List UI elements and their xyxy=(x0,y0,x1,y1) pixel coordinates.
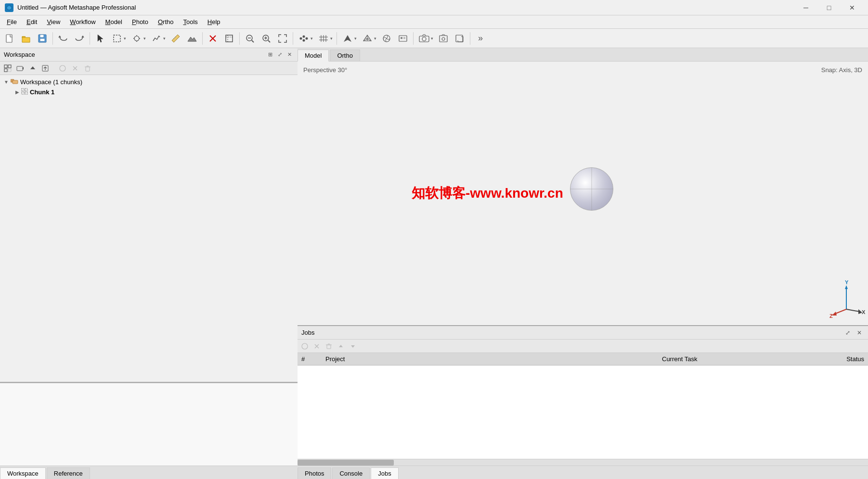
tab-console[interactable]: Console xyxy=(332,467,370,479)
menu-tools[interactable]: Tools xyxy=(179,16,203,27)
sep-5 xyxy=(293,32,293,45)
menu-edit[interactable]: Edit xyxy=(22,16,42,27)
svg-marker-70 xyxy=(845,285,848,289)
menu-view[interactable]: View xyxy=(42,16,65,27)
svg-rect-4 xyxy=(40,35,44,38)
svg-point-29 xyxy=(303,39,305,41)
points-dropdown[interactable]: ▾ xyxy=(296,31,314,46)
col-status: Status xyxy=(806,355,864,363)
jobs-controls: ⤢ ✕ xyxy=(843,328,864,338)
texture-button[interactable] xyxy=(379,31,394,46)
navigate-arrow: ▾ xyxy=(354,36,357,41)
chunk-item[interactable]: ▶ Chunk 1 xyxy=(0,87,298,97)
jobs-body xyxy=(298,366,868,459)
tab-photos[interactable]: Photos xyxy=(298,467,331,479)
mesh-dropdown[interactable]: ▾ xyxy=(359,31,378,46)
terrain-button[interactable] xyxy=(184,31,200,46)
draw-dropdown[interactable]: ▾ xyxy=(148,31,167,46)
ruler-button[interactable] xyxy=(168,31,183,46)
tab-reference[interactable]: Reference xyxy=(47,467,90,479)
tab-model[interactable]: Model xyxy=(298,50,329,62)
menu-workflow[interactable]: Workflow xyxy=(65,16,100,27)
svg-line-25 xyxy=(268,40,270,42)
jobs-scrollbar[interactable] xyxy=(298,459,868,466)
viewport[interactable]: Perspective 30° Snap: Axis, 3D 知软博客-www.… xyxy=(298,62,868,325)
svg-rect-65 xyxy=(22,88,24,91)
fit-view-button[interactable] xyxy=(275,31,290,46)
menu-ortho[interactable]: Ortho xyxy=(153,16,179,27)
new-button[interactable] xyxy=(2,31,17,46)
tab-workspace[interactable]: Workspace xyxy=(0,467,46,479)
sep-4 xyxy=(239,32,240,45)
save-button[interactable] xyxy=(35,31,50,46)
menu-photo[interactable]: Photo xyxy=(127,16,153,27)
navigate-dropdown[interactable]: ▾ xyxy=(339,31,358,46)
close-button[interactable]: ✕ xyxy=(841,0,863,15)
add-chunk-button[interactable] xyxy=(2,63,13,74)
tab-jobs[interactable]: Jobs xyxy=(371,467,398,479)
stop-button[interactable] xyxy=(57,63,68,74)
screenshot-button[interactable] xyxy=(436,31,451,46)
zoom-in-button[interactable] xyxy=(259,31,274,46)
svg-rect-64 xyxy=(13,80,18,84)
crop-button[interactable] xyxy=(221,31,237,46)
export-button[interactable] xyxy=(39,63,51,74)
sep-8 xyxy=(470,32,470,45)
jobs-stop-button[interactable] xyxy=(311,341,322,352)
add-camera-button[interactable] xyxy=(14,63,26,74)
open-button[interactable] xyxy=(18,31,34,46)
delete-button[interactable] xyxy=(205,31,220,46)
select-button[interactable] xyxy=(92,31,108,46)
redo-button[interactable] xyxy=(72,31,87,46)
cancel-button[interactable] xyxy=(69,63,81,74)
col-hash: # xyxy=(301,355,325,363)
jobs-run-button[interactable] xyxy=(299,341,310,352)
menu-bar: File Edit View Workflow Model Photo Orth… xyxy=(0,15,868,29)
minimize-button[interactable]: ─ xyxy=(795,0,817,15)
camera-dropdown[interactable]: ▾ xyxy=(416,31,435,46)
points-arrow: ▾ xyxy=(311,36,313,41)
move-up-button[interactable] xyxy=(27,63,39,74)
workspace-pin-button[interactable]: ⊞ xyxy=(266,50,274,59)
rect-select-dropdown[interactable]: ▾ xyxy=(109,31,128,46)
jobs-close-button[interactable]: ✕ xyxy=(855,328,864,338)
depthmap-button[interactable] xyxy=(395,31,411,46)
grid-arrow: ▾ xyxy=(330,36,333,41)
transform-arrow: ▾ xyxy=(143,36,146,41)
ortho-screenshot-button[interactable] xyxy=(452,31,467,46)
menu-help[interactable]: Help xyxy=(203,16,225,27)
tab-ortho[interactable]: Ortho xyxy=(330,50,360,61)
jobs-scroll-thumb[interactable] xyxy=(298,460,394,466)
svg-text:Z: Z xyxy=(829,313,833,319)
left-column: Workspace ⊞ ⤢ ✕ xyxy=(0,48,298,479)
workspace-root-item[interactable]: ▼ Workspace (1 chunks) xyxy=(0,77,298,87)
maximize-button[interactable]: □ xyxy=(818,0,840,15)
grid-dropdown[interactable]: ▾ xyxy=(315,31,334,46)
workspace-header: Workspace ⊞ ⤢ ✕ xyxy=(0,48,298,62)
svg-rect-50 xyxy=(8,65,11,68)
workspace-expand-button[interactable]: ⤢ xyxy=(275,50,284,59)
svg-rect-52 xyxy=(8,69,11,72)
jobs-move-down-button[interactable] xyxy=(348,341,358,352)
menu-file[interactable]: File xyxy=(2,16,22,27)
jobs-delete-button[interactable] xyxy=(324,341,334,352)
axes-widget: Y Z X xyxy=(827,280,866,320)
transform-dropdown[interactable]: ▾ xyxy=(129,31,147,46)
menu-model[interactable]: Model xyxy=(101,16,127,27)
svg-rect-41 xyxy=(399,36,407,41)
rect-select-arrow: ▾ xyxy=(124,36,126,41)
svg-rect-53 xyxy=(17,66,23,71)
more-button[interactable]: » xyxy=(473,31,488,46)
col-project: Project xyxy=(325,355,662,363)
zoom-out-button[interactable] xyxy=(242,31,258,46)
mesh-arrow: ▾ xyxy=(374,36,376,41)
workspace-close-button[interactable]: ✕ xyxy=(285,50,294,59)
camera-icon xyxy=(417,31,431,46)
jobs-move-up-button[interactable] xyxy=(336,341,346,352)
svg-rect-46 xyxy=(440,36,447,42)
points-icon xyxy=(297,31,311,46)
jobs-expand-button[interactable]: ⤢ xyxy=(843,328,853,338)
undo-button[interactable] xyxy=(55,31,71,46)
svg-point-7 xyxy=(134,36,139,41)
delete-chunk-button[interactable] xyxy=(82,63,93,74)
